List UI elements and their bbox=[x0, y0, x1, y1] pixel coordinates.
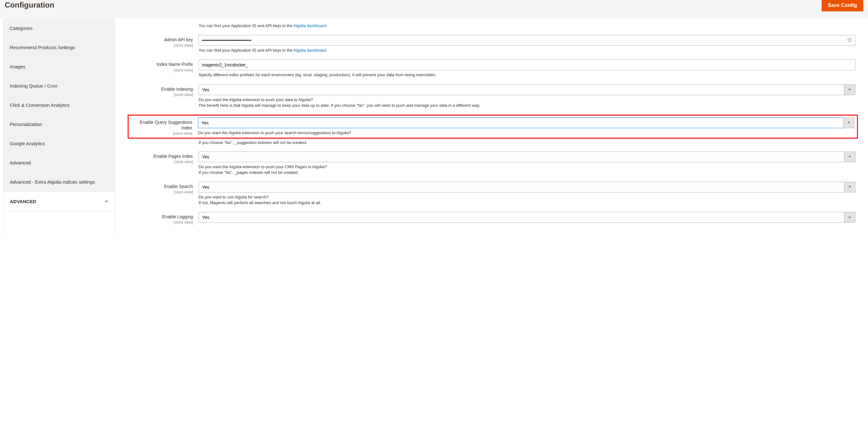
search-help2: If not, Magento will perform all searche… bbox=[198, 200, 856, 206]
enable-logging-select[interactable]: Yes bbox=[198, 212, 856, 223]
field-enable-indexing: Enable Indexing [store view] Yes Do you … bbox=[131, 85, 856, 108]
sidebar-section-advanced[interactable]: ADVANCED bbox=[3, 191, 115, 211]
suggestions-label: Enable Query Suggestions Index bbox=[140, 120, 192, 130]
enable-suggestions-select[interactable]: Yes bbox=[198, 118, 855, 128]
admin-api-key-input[interactable] bbox=[198, 35, 856, 46]
sidebar-section-label: ADVANCED bbox=[10, 199, 36, 204]
search-label: Enable Search bbox=[164, 184, 193, 189]
search-help1: Do you want to use Algolia for search? bbox=[198, 194, 856, 200]
enable-pages-select[interactable]: Yes bbox=[198, 152, 856, 162]
sidebar-item-recommend[interactable]: Recommend Products Settings bbox=[3, 38, 115, 57]
prefix-help: Specify different index prefixes for eac… bbox=[198, 72, 856, 78]
sidebar-item-analytics[interactable]: Click & Conversion Analytics bbox=[3, 95, 115, 115]
field-query-suggestions: Enable Query Suggestions Index [store vi… bbox=[130, 118, 855, 136]
index-prefix-input[interactable] bbox=[198, 60, 856, 70]
chevron-down-icon bbox=[105, 199, 108, 204]
admin-api-label: Admin API key bbox=[164, 37, 193, 42]
suggestions-help2: If you choose "No", _suggestion indexes … bbox=[198, 140, 856, 146]
svg-point-1 bbox=[849, 39, 850, 40]
logging-label: Enable Logging bbox=[162, 214, 193, 219]
field-index-prefix: Index Name Prefix [store view] Specify d… bbox=[131, 60, 856, 78]
scope-label: [store view] bbox=[131, 43, 193, 47]
scope-label: [store view] bbox=[130, 131, 192, 136]
sidebar-item-advanced[interactable]: Advanced bbox=[3, 153, 115, 172]
app-id-help: You can find your Application ID and API… bbox=[198, 23, 856, 29]
content-area: You can find your Application ID and API… bbox=[115, 18, 865, 234]
pages-help1: Do you want the Algolia extension to pus… bbox=[198, 164, 856, 170]
scope-label: [store view] bbox=[131, 220, 193, 225]
pages-help2: If you choose "No", _pages indexes will … bbox=[198, 170, 856, 176]
enable-search-select[interactable]: Yes bbox=[198, 182, 856, 192]
main-container: Categories Recommend Products Settings I… bbox=[0, 18, 868, 234]
scope-label: [store view] bbox=[131, 190, 193, 194]
sidebar-item-google-analytics[interactable]: Google Analytics bbox=[3, 134, 115, 153]
enable-indexing-select[interactable]: Yes bbox=[198, 85, 856, 95]
sidebar-item-personalization[interactable]: Personalization bbox=[3, 115, 115, 134]
field-admin-api-key: Admin API key [store view] You can find … bbox=[131, 35, 856, 53]
indexing-help1: Do you want the Algolia extension to pus… bbox=[198, 97, 856, 103]
field-enable-search: Enable Search [store view] Yes Do you wa… bbox=[131, 182, 856, 206]
algolia-dashboard-link-2[interactable]: Algolia dashboard bbox=[293, 48, 326, 53]
algolia-dashboard-link[interactable]: Algolia dashboard bbox=[293, 23, 326, 28]
indexing-help2: The benefit here is that Algolia will ma… bbox=[198, 103, 856, 108]
suggestions-help1: Do you want the Algolia extension to pus… bbox=[198, 130, 855, 136]
page-title: Configuration bbox=[5, 0, 54, 9]
sidebar-item-extra-algolia[interactable]: Advanced - Extra Algolia indices setting… bbox=[3, 172, 115, 191]
field-pages-index: Enable Pages Index [store view] Yes Do y… bbox=[131, 152, 856, 176]
scope-label: [store view] bbox=[131, 93, 193, 97]
scope-label: [store view] bbox=[131, 68, 193, 72]
admin-api-help: You can find your Application ID and API… bbox=[198, 47, 856, 53]
sidebar-item-images[interactable]: Images bbox=[3, 57, 115, 76]
highlight-box: Enable Query Suggestions Index [store vi… bbox=[128, 115, 858, 138]
page-header: Configuration Save Config bbox=[0, 0, 868, 18]
scope-label: [store view] bbox=[131, 160, 193, 164]
field-enable-logging: Enable Logging [store view] Yes bbox=[131, 212, 856, 225]
sidebar-item-indexing-queue[interactable]: Indexing Queue / Cron bbox=[3, 76, 115, 95]
sidebar-item-categories[interactable]: Categories bbox=[3, 19, 115, 38]
prefix-label: Index Name Prefix bbox=[157, 62, 193, 67]
save-config-button[interactable]: Save Config bbox=[822, 0, 863, 11]
password-reveal-icon[interactable] bbox=[847, 37, 852, 43]
sidebar: Categories Recommend Products Settings I… bbox=[3, 19, 115, 234]
pages-label: Enable Pages Index bbox=[154, 154, 193, 159]
indexing-label: Enable Indexing bbox=[161, 87, 193, 92]
